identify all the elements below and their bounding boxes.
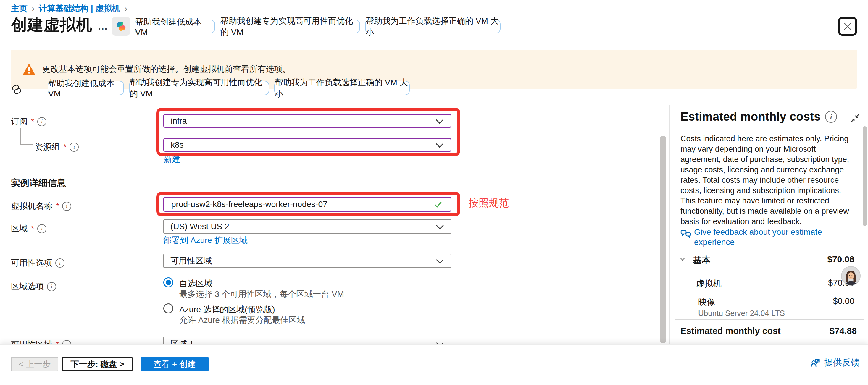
close-icon [843,22,852,31]
cost-group-amount: $70.08 [827,254,855,264]
resource-group-dropdown[interactable]: k8s [163,138,452,152]
cost-item-name: 虚拟机 [696,278,721,290]
footer-bar: < 上一步 下一步: 磁盘 > 查看 + 创建 提供反馈 [0,345,868,385]
required-asterisk: * [56,201,59,211]
required-asterisk: * [31,224,34,233]
info-icon[interactable]: i [37,224,46,233]
collapse-panel-icon[interactable] [850,113,860,125]
chevron-down-icon [436,116,443,124]
radio-self-selected-zone-desc: 最多选择 3 个可用性区域，每个区域一台 VM [179,289,344,300]
panel-divider [669,105,670,345]
info-icon[interactable]: i [825,111,837,123]
availability-options-dropdown[interactable]: 可用性区域 [163,254,452,268]
next-step-disks-button[interactable]: 下一步: 磁盘 > [62,357,132,371]
vm-name-input[interactable] [171,199,426,210]
radio-azure-selected-zone-label[interactable]: Azure 选择的区域(预览版) [179,304,275,315]
page-title: 创建虚拟机 [11,14,92,36]
cost-group-name[interactable]: 基本 [693,254,711,266]
give-feedback-link[interactable]: 提供反馈 [809,357,860,369]
valid-check-icon [433,200,443,209]
suggestion-right-vm-size-button-2[interactable]: 帮助我为工作负载选择正确的 VM 大小 [274,81,410,95]
review-create-button[interactable]: 查看 + 创建 [141,357,209,371]
estimate-feedback-link[interactable]: Give feedback about your estimate experi… [694,227,862,247]
chevron-down-icon [436,222,443,229]
divider [675,319,864,320]
radio-self-selected-zone-label[interactable]: 自选区域 [179,278,212,289]
field-connector-line [20,128,21,144]
breadcrumb-separator-icon: › [124,4,127,13]
info-icon[interactable]: i [55,258,64,267]
previous-step-button[interactable]: < 上一步 [11,357,58,371]
breadcrumb-separator-icon: › [32,4,35,13]
copilot-logo-icon [115,20,127,33]
warning-icon [22,63,36,75]
breadcrumb: 主页 › 计算基础结构 | 虚拟机 › [11,3,131,14]
avatar[interactable] [841,266,861,286]
resource-group-label: 资源组* i [35,141,79,153]
deploy-edge-zone-link[interactable]: 部署到 Azure 扩展区域 [163,235,248,246]
cost-item-subtext: Ubuntu Server 24.04 LTS [698,309,785,318]
required-asterisk: * [63,142,67,152]
vm-name-label: 虚拟机名称* i [11,200,71,212]
suggestion-high-availability-vm-button-2[interactable]: 帮助我创建专为实现高可用性而优化的 VM [129,81,269,95]
cost-item-amount: $0.00 [833,296,855,306]
feedback-person-icon [809,357,821,368]
chevron-down-icon[interactable] [680,255,685,260]
breadcrumb-section-link[interactable]: 计算基础结构 | 虚拟机 [39,3,120,14]
required-asterisk: * [31,117,34,126]
chevron-down-icon [436,140,443,148]
main-scrollbar[interactable] [660,136,666,343]
cost-panel-title: Estimated monthly costs i [680,110,837,123]
suggestion-low-cost-vm-button-2[interactable]: 帮助我创建低成本 VM [48,81,124,95]
create-new-resource-group-link[interactable]: 新建 [164,154,181,165]
zone-options-label: 区域选项 i [11,281,56,292]
radio-azure-selected-zone[interactable] [163,303,173,314]
warning-text: 更改基本选项可能会重置所做的选择。创建虚拟机前查看所有选项。 [42,64,291,75]
cost-item-name: 映像 [698,296,715,308]
copilot-button[interactable] [112,17,130,36]
info-icon[interactable]: i [37,117,46,126]
total-cost-amount: $74.88 [830,326,857,336]
region-dropdown[interactable]: (US) West US 2 [163,219,452,234]
subscription-dropdown[interactable]: infra [163,114,452,128]
cost-disclaimer-text: Costs indicated here are estimates only.… [680,134,857,227]
total-cost-label: Estimated monthly cost [680,326,780,336]
subscription-label: 订阅* i [11,116,46,127]
radio-azure-selected-zone-desc: 允许 Azure 根据需要分配最佳区域 [179,315,305,326]
info-icon[interactable]: i [62,202,71,211]
info-icon[interactable]: i [69,142,79,152]
more-menu-button[interactable]: … [98,21,108,32]
radio-self-selected-zone[interactable] [163,277,173,287]
instance-details-heading: 实例详细信息 [11,177,66,189]
info-icon[interactable]: i [47,282,56,291]
copilot-outline-icon [11,84,23,97]
breadcrumb-home-link[interactable]: 主页 [11,3,28,14]
suggestion-right-vm-size-button[interactable]: 帮助我为工作负载选择正确的 VM 大小 [365,20,501,33]
availability-options-label: 可用性选项 i [11,257,64,268]
region-label: 区域* i [11,223,46,234]
vm-name-field-wrap [163,197,452,212]
close-button[interactable] [838,17,857,36]
feedback-bubbles-icon [680,228,692,241]
suggestion-low-cost-vm-button[interactable]: 帮助我创建低成本 VM [134,20,215,33]
chevron-down-icon [436,256,443,263]
field-connector-line [20,144,33,145]
create-vm-page: 主页 › 计算基础结构 | 虚拟机 › 创建虚拟机 … 帮助我创建低成本 [0,0,868,385]
annotation-text: 按照规范 [469,196,509,210]
suggestion-high-availability-vm-button[interactable]: 帮助我创建专为实现高可用性而优化的 VM [220,20,360,33]
panel-scrollbar[interactable] [863,126,867,226]
